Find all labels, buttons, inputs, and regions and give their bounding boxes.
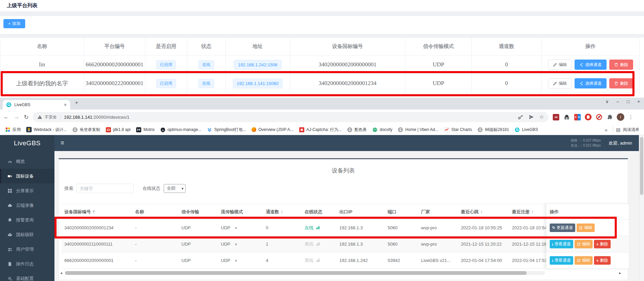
device-column-header-0[interactable]: 设备国标编号▲▼ <box>62 204 132 220</box>
bookmark-item-1[interactable]: Webstack - 设计... <box>24 126 69 134</box>
dashboard-icon <box>7 159 12 164</box>
new-tab-button[interactable]: + <box>75 99 78 106</box>
online-chart-icon[interactable] <box>316 242 320 246</box>
browser-menu-icon[interactable]: ⋮ <box>628 114 633 120</box>
查看通道-button[interactable]: i查看通道 <box>550 240 573 248</box>
search-input[interactable] <box>77 184 134 193</box>
address-bar[interactable]: 不安全 192.168.1.141 :20000/#/devices/1 ☆ <box>33 112 549 122</box>
reload-button[interactable]: ↻ <box>24 114 29 121</box>
bookmark-item-9[interactable]: 配色表 <box>344 126 369 134</box>
bookmark-item-5[interactable]: optimus-manage... <box>158 126 204 133</box>
ip-cell: 192.168.1.3 <box>337 236 385 252</box>
select-channel-button[interactable]: 选择通道 <box>575 60 607 70</box>
fe-extension-icon[interactable]: FE <box>574 114 581 120</box>
更新通道-button[interactable]: ↻更新通道 <box>550 224 575 232</box>
cloud-icon <box>7 203 12 208</box>
stream-mode-select[interactable]: UDP <box>221 225 230 230</box>
bookmark-item-2[interactable]: 免登录复制 <box>70 126 102 134</box>
sort-icon[interactable]: ▲▼ <box>281 210 283 214</box>
chevron-down-icon[interactable]: ∨ <box>606 99 609 104</box>
bookmarks-overflow-icon[interactable]: » <box>602 127 610 133</box>
sidebar-item-国标级联[interactable]: 国标级联 <box>0 227 54 242</box>
device-column-header-9[interactable]: 最近心跳▲▼ <box>458 204 509 220</box>
删除-button[interactable]: ×删除 <box>594 256 610 265</box>
incognito-extension-icon[interactable] <box>563 114 570 120</box>
bookmark-label: Motrix <box>144 127 155 132</box>
sidebar-item-云端录像[interactable]: 云端录像 <box>0 198 54 213</box>
bookmark-star-icon[interactable]: ☆ <box>540 114 544 120</box>
address-badge: 192.168.1.242:1506 <box>234 60 281 70</box>
x-icon: × <box>596 242 598 246</box>
back-button[interactable]: ← <box>3 114 9 120</box>
brand-logo[interactable]: LiveGBS <box>0 135 54 151</box>
maximize-button[interactable]: □ <box>627 99 630 104</box>
superior-platform-table: 名称平台编号是否启用状态地址设备国标编号信令传输模式通道数操作lin666200… <box>0 37 640 93</box>
puzzle-extensions-icon[interactable] <box>607 114 613 120</box>
name-cell: - <box>132 236 179 252</box>
bookmark-item-6[interactable]: SpringBoot打包... <box>205 126 248 134</box>
bookmark-item-7[interactable]: Overview (JSIP A... <box>249 126 296 133</box>
window-close-button[interactable]: × <box>637 99 640 104</box>
sort-icon[interactable]: ▲▼ <box>531 210 534 214</box>
stop-hand-extension-icon[interactable] <box>585 114 592 120</box>
delete-button[interactable]: 删除 <box>609 78 633 88</box>
编辑-button[interactable]: 编辑 <box>575 240 593 248</box>
tab-close-icon[interactable]: × <box>64 102 67 108</box>
page-title: 上级平台列表 <box>7 2 37 9</box>
browser-tab[interactable]: LiveGBS × <box>3 100 70 110</box>
menu-toggle-icon[interactable]: ≡ <box>61 135 64 151</box>
online-chart-icon[interactable] <box>316 226 320 230</box>
bookmark-item-10[interactable]: docsify <box>370 126 395 133</box>
stream-mode-select[interactable]: UDP <box>221 258 230 263</box>
stream-mode-select[interactable]: UDP <box>221 242 230 247</box>
ad-blocker-extension-icon[interactable] <box>596 114 602 120</box>
sidebar-item-分屏展示[interactable]: 分屏展示 <box>0 183 54 198</box>
add-button[interactable]: + 添加 <box>3 19 25 28</box>
column-header-6: 信令传输模式 <box>405 38 472 55</box>
查看通道-button[interactable]: i查看通道 <box>550 256 573 265</box>
forward-button[interactable]: → <box>14 114 19 120</box>
gb-id-cell: 34020000002000001234 <box>62 220 132 236</box>
bookmark-item-14[interactable]: LiveGBS <box>512 126 540 133</box>
profile-avatar[interactable]: I <box>617 113 624 121</box>
online-status-select[interactable]: 全部 ▾ <box>164 184 186 193</box>
horizontal-scrollbar[interactable] <box>65 271 545 275</box>
reading-list-button[interactable]: ▤ 阅读清单 <box>616 127 641 133</box>
bookmark-item-3[interactable]: jdk1.8 api <box>103 126 133 133</box>
sidebar-item-基础配置[interactable]: 基础配置 <box>0 271 54 281</box>
js-extension-icon[interactable]: JS <box>553 114 559 120</box>
edit-button[interactable]: 编辑 <box>548 78 572 88</box>
sidebar-item-国标设备[interactable]: 国标设备 <box>0 169 54 183</box>
online-chart-icon[interactable] <box>316 258 320 262</box>
bookmark-item-4[interactable]: Motrix <box>134 126 157 133</box>
bookmark-item-13[interactable]: 66国标28181 <box>475 126 512 134</box>
select-channel-button[interactable]: 选择通道 <box>575 78 607 88</box>
page-scrollbar[interactable] <box>639 135 644 281</box>
sidebar-item-报警查询[interactable]: 报警查询 <box>0 213 54 227</box>
编辑-button[interactable]: 编辑 <box>577 224 595 232</box>
scroll-right-icon[interactable]: ▸ <box>619 271 621 275</box>
welcome-user[interactable]: 欢迎, admin <box>609 135 632 151</box>
sidebar-item-操作日志[interactable]: 操作日志 <box>0 257 54 271</box>
scrollbar-thumb[interactable] <box>65 271 527 275</box>
device-column-header-4[interactable]: 通道数▲▼ <box>263 204 302 220</box>
bookmark-item-12[interactable]: Star Charts <box>441 126 474 133</box>
key-icon[interactable] <box>518 114 523 120</box>
sort-icon[interactable]: ▲▼ <box>480 210 483 214</box>
bookmark-item-11[interactable]: Home | Vben Ad... <box>396 126 441 133</box>
signal-cell: UDP <box>179 220 218 236</box>
sidebar-item-用户管理[interactable]: 用户管理 <box>0 242 54 257</box>
camera-icon <box>7 174 12 179</box>
sort-icon[interactable]: ▲▼ <box>93 210 95 214</box>
delete-button[interactable]: 删除 <box>609 60 633 70</box>
sidebar-item-概览[interactable]: 概览 <box>0 154 54 169</box>
删除-button[interactable]: ×删除 <box>594 240 610 248</box>
bookmark-item-0[interactable]: 应用 <box>3 126 23 134</box>
scroll-left-icon[interactable]: ◂ <box>60 271 62 275</box>
scrollbar-thumb[interactable] <box>640 137 643 195</box>
send-to-device-icon[interactable] <box>529 114 534 120</box>
编辑-button[interactable]: 编辑 <box>575 256 593 265</box>
bookmark-item-8[interactable]: AJ-Captcha: 行为... <box>296 126 344 134</box>
edit-button[interactable]: 编辑 <box>548 60 572 70</box>
minimize-button[interactable]: – <box>616 99 619 104</box>
